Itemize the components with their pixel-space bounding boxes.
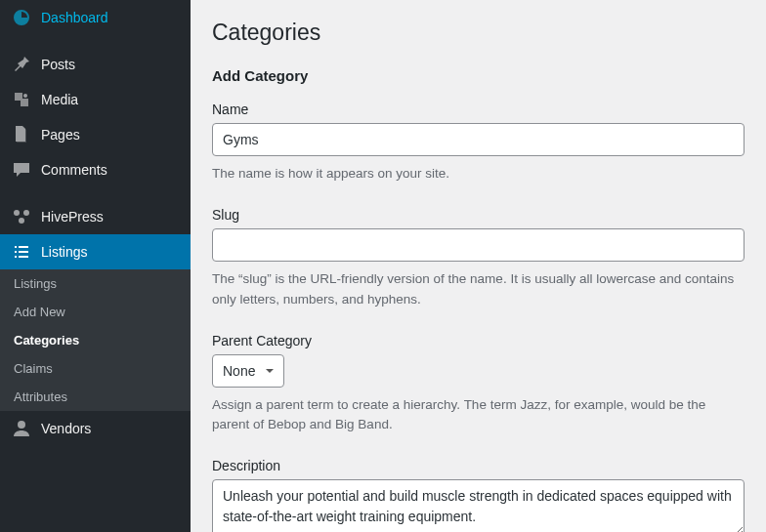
listings-submenu: Listings Add New Categories Claims Attri… [0,269,191,411]
sidebar-item-comments[interactable]: Comments [0,152,191,187]
submenu-item-categories[interactable]: Categories [0,326,191,354]
field-slug: Slug The “slug” is the URL-friendly vers… [212,207,745,309]
description-input[interactable] [212,479,745,532]
submenu-item-claims[interactable]: Claims [0,354,191,383]
sidebar-item-label: Pages [41,127,179,143]
page-title: Categories [212,20,745,46]
admin-sidebar: Dashboard Posts Media Pages Comments Hiv… [0,0,191,532]
sidebar-item-label: Posts [41,57,179,72]
main-content: Categories Add Category Name The name is… [191,0,766,532]
parent-select[interactable]: None [212,354,284,388]
slug-label: Slug [212,207,745,223]
pages-icon [12,125,31,144]
sidebar-item-dashboard[interactable]: Dashboard [0,0,191,35]
svg-point-2 [19,218,24,224]
sidebar-item-label: Listings [41,244,179,260]
parent-help: Assign a parent term to create a hierarc… [212,395,745,435]
svg-point-0 [14,210,20,216]
dashboard-icon [12,8,31,27]
parent-label: Parent Category [212,333,745,348]
sidebar-item-label: Media [41,92,179,107]
slug-input[interactable] [212,228,745,262]
sidebar-item-label: Dashboard [41,10,179,25]
sidebar-item-vendors[interactable]: Vendors [0,411,191,446]
slug-help: The “slug” is the URL-friendly version o… [212,269,745,309]
submenu-item-attributes[interactable]: Attributes [0,383,191,411]
sidebar-item-label: Vendors [41,421,179,436]
submenu-item-listings[interactable]: Listings [0,269,191,298]
name-help: The name is how it appears on your site. [212,164,745,184]
media-icon [12,90,31,109]
vendors-icon [12,419,31,438]
sidebar-item-hivepress[interactable]: HivePress [0,199,191,234]
page-subtitle: Add Category [212,67,745,84]
description-label: Description [212,458,745,473]
sidebar-item-pages[interactable]: Pages [0,117,191,152]
svg-point-3 [18,421,25,429]
comments-icon [12,160,31,180]
sidebar-item-label: HivePress [41,209,179,225]
hivepress-icon [12,207,31,226]
svg-point-1 [23,210,29,216]
sidebar-item-listings[interactable]: Listings [0,234,191,269]
listings-icon [12,242,31,262]
pin-icon [12,55,31,74]
sidebar-item-media[interactable]: Media [0,82,191,117]
name-input[interactable] [212,123,745,156]
field-name: Name The name is how it appears on your … [212,102,745,184]
field-parent: Parent Category None Assign a parent ter… [212,333,745,435]
sidebar-item-label: Comments [41,162,179,178]
name-label: Name [212,102,745,117]
submenu-item-add-new[interactable]: Add New [0,298,191,326]
sidebar-item-posts[interactable]: Posts [0,47,191,82]
field-description: Description [212,458,745,532]
